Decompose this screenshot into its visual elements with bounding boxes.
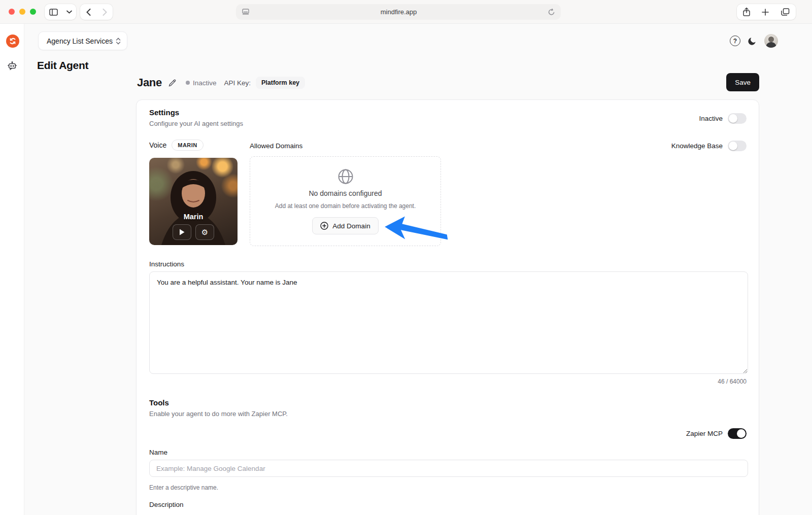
edit-name-button[interactable]: [168, 79, 177, 87]
inactive-toggle-label: Inactive: [699, 115, 723, 122]
tabs-icon: [781, 8, 790, 16]
back-button[interactable]: [86, 9, 91, 16]
toggle-knob: [729, 142, 737, 150]
voice-settings-button[interactable]: ⚙: [195, 224, 214, 240]
api-key-label: API Key:: [224, 79, 251, 87]
toolbar-actions-group: [737, 4, 796, 20]
tab-overview-button[interactable]: [781, 8, 790, 16]
instructions-label: Instructions: [149, 260, 184, 268]
api-key-badge[interactable]: Platform key: [256, 77, 305, 89]
sidebar-icon: [49, 9, 58, 16]
domains-empty-hint: Add at least one domain before activatin…: [275, 202, 416, 210]
status-text: Inactive: [193, 79, 217, 87]
instructions-textarea[interactable]: You are a helpful assistant. Your name i…: [149, 271, 748, 374]
description-field-label: Description: [149, 501, 184, 508]
forward-button[interactable]: [103, 9, 107, 16]
name-field-hint: Enter a descriptive name.: [149, 484, 218, 491]
gear-icon: ⚙: [201, 228, 208, 236]
share-button[interactable]: [743, 8, 750, 16]
agent-header-bar: Jane Inactive API Key: Platform key Save: [137, 73, 759, 92]
knowledge-base-toggle[interactable]: [728, 141, 747, 151]
minimize-window-button[interactable]: [19, 9, 25, 15]
safari-window: mindfire.app: [0, 0, 812, 515]
window-controls: [9, 9, 36, 15]
zapier-toggle-row: Zapier MCP: [686, 428, 747, 439]
address-bar[interactable]: mindfire.app: [236, 4, 561, 20]
character-counter: 46 / 64000: [718, 378, 747, 385]
user-avatar[interactable]: [764, 34, 778, 48]
settings-header: Settings Configure your AI agent setting…: [149, 108, 243, 127]
name-field-label: Name: [149, 449, 167, 456]
chevron-up-down-icon: [116, 38, 121, 45]
close-window-button[interactable]: [9, 9, 15, 15]
domains-empty-title: No domains configured: [309, 189, 382, 197]
toggle-knob: [729, 114, 737, 123]
moon-icon: [748, 36, 757, 46]
play-icon: [179, 229, 185, 235]
toggle-sidebar-button[interactable]: [49, 9, 58, 16]
url-text[interactable]: mindfire.app: [249, 8, 548, 16]
plus-icon: [762, 9, 769, 16]
voice-badge: MARIN: [172, 140, 204, 151]
inactive-toggle-row: Inactive: [699, 113, 747, 124]
browser-toolbar: mindfire.app: [0, 0, 812, 24]
chevron-down-icon: [66, 10, 72, 14]
knowledge-base-label: Knowledge Base: [671, 142, 723, 150]
voice-label: Voice: [149, 141, 166, 149]
add-domain-label: Add Domain: [332, 222, 370, 230]
settings-card: Settings Configure your AI agent setting…: [136, 99, 759, 515]
share-icon: [743, 8, 750, 16]
zapier-label: Zapier MCP: [686, 430, 723, 437]
voice-actions: ⚙: [149, 224, 238, 240]
pencil-icon: [168, 79, 177, 87]
tools-header: Tools Enable your agent to do more with …: [149, 398, 288, 418]
save-button[interactable]: Save: [726, 73, 759, 91]
add-domain-button[interactable]: Add Domain: [312, 217, 378, 234]
knowledge-base-toggle-row: Knowledge Base: [671, 141, 747, 151]
allowed-domains-empty-panel: No domains configured Add at least one d…: [250, 156, 441, 246]
new-tab-button[interactable]: [762, 9, 769, 16]
agent-name: Jane: [137, 76, 162, 89]
sidebar-chevron-button[interactable]: [66, 10, 72, 14]
toggle-knob: [737, 429, 746, 438]
app-rail: [0, 24, 24, 515]
agents-nav-item[interactable]: [7, 60, 18, 74]
robot-chat-icon: [7, 60, 18, 72]
page-title: Edit Agent: [37, 59, 88, 72]
zapier-mcp-toggle[interactable]: [728, 428, 747, 439]
reload-button[interactable]: [548, 9, 555, 16]
tool-name-input[interactable]: [149, 460, 748, 477]
voice-avatar-name: Marin: [149, 213, 238, 221]
zoom-window-button[interactable]: [30, 9, 36, 15]
allowed-domains-label: Allowed Domains: [250, 142, 302, 150]
globe-icon: [337, 168, 354, 185]
workspace-selector[interactable]: Agency List Services: [38, 31, 127, 50]
workspace-name: Agency List Services: [47, 37, 113, 45]
tools-subtitle: Enable your agent to do more with Zapier…: [149, 410, 288, 418]
settings-title: Settings: [149, 108, 243, 117]
sidebar-controls-group: [45, 4, 76, 20]
settings-subtitle: Configure your AI agent settings: [149, 120, 243, 127]
mindfire-logo-icon[interactable]: [6, 35, 19, 48]
forward-icon: [103, 9, 107, 16]
reader-mode-icon[interactable]: [242, 9, 249, 15]
tools-title: Tools: [149, 398, 288, 407]
help-button[interactable]: ?: [730, 36, 740, 46]
voice-play-button[interactable]: [173, 224, 191, 240]
header-actions: ?: [730, 34, 778, 48]
voice-label-row: Voice MARIN: [149, 140, 204, 151]
status-dot-icon: [186, 81, 190, 85]
dark-mode-button[interactable]: [748, 36, 757, 46]
back-icon: [86, 9, 91, 16]
plus-circle-icon: [320, 222, 328, 230]
navigation-group: [80, 4, 113, 20]
voice-avatar-card[interactable]: Marin ⚙: [149, 158, 238, 245]
agent-status: Inactive: [186, 79, 217, 87]
inactive-toggle[interactable]: [728, 113, 747, 124]
